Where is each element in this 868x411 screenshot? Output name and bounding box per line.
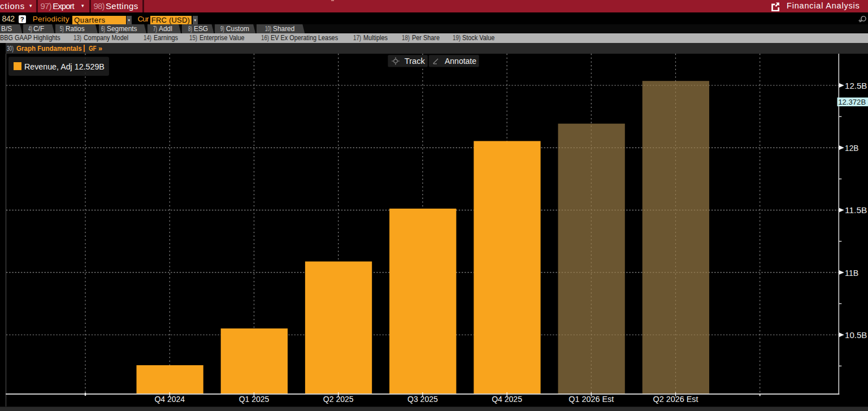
- svg-text:Q1 2025: Q1 2025: [239, 395, 270, 404]
- svg-text:Q3 2025: Q3 2025: [407, 395, 438, 404]
- svg-text:12.5B: 12.5B: [845, 81, 867, 90]
- svg-text:Q2 2025: Q2 2025: [323, 395, 354, 404]
- svg-text:Track: Track: [405, 57, 426, 66]
- svg-text:10.5B: 10.5B: [845, 330, 867, 340]
- svg-text:Q2 2026 Est: Q2 2026 Est: [653, 395, 698, 404]
- svg-text:11.5B: 11.5B: [845, 205, 867, 215]
- svg-text:Q4 2024: Q4 2024: [154, 395, 185, 404]
- svg-text:12B: 12B: [845, 143, 858, 153]
- svg-text:12.372B: 12.372B: [838, 98, 866, 106]
- svg-text:11B: 11B: [845, 268, 858, 278]
- svg-text:Annotate: Annotate: [445, 57, 476, 66]
- svg-text:Q4 2025: Q4 2025: [492, 395, 522, 404]
- svg-text:Revenue, Adj 12.529B: Revenue, Adj 12.529B: [24, 62, 105, 71]
- svg-text:Q1 2026 Est: Q1 2026 Est: [568, 395, 614, 404]
